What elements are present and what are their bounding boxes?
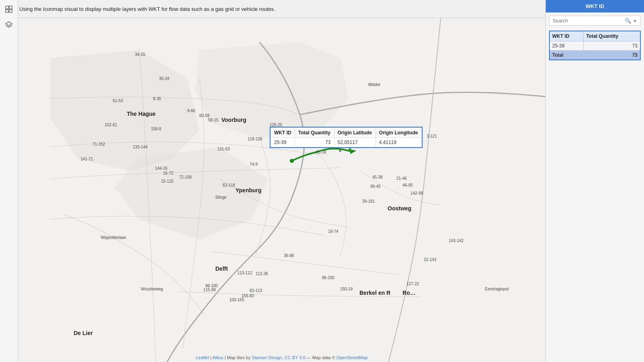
tooltip-row: 25-39 73 52,05117 4,41119 [271,138,422,147]
altius-link[interactable]: Altius [213,355,223,360]
svg-point-21 [339,150,341,152]
right-table-total-row: Total 73 [549,51,640,60]
tooltip-header-total-qty: Total Quantity [295,128,334,138]
right-panel-table: WKT ID Total Quantity 25-39 73 Total 73 [549,31,641,60]
svg-rect-3 [9,10,12,12]
right-table-total-label: Total [549,51,584,60]
svg-rect-1 [9,6,12,9]
osm-link[interactable]: OpenStreetMap [336,355,368,360]
stamen-link[interactable]: Stamen Design, CC BY 3.0 [252,355,305,360]
svg-rect-2 [6,10,8,12]
left-sidebar [0,0,18,362]
right-table-row: 25-39 73 [549,41,640,51]
leaflet-link[interactable]: Leaflet [196,355,209,360]
layers-icon[interactable] [3,19,15,31]
tooltip-origin-lat: 52,05117 [334,138,376,147]
search-input[interactable] [553,18,625,24]
tooltip-popup: WKT ID Total Quantity Origin Latitude Or… [270,127,423,148]
map-container[interactable]: WKT ID Total Quantity Origin Latitude Or… [18,18,545,362]
grid-view-icon[interactable] [3,3,15,15]
right-table-header-total-qty: Total Quantity [584,31,640,41]
tooltip-header-origin-lon: Origin Longitude [376,128,421,138]
right-panel: WKT ID 🔍 ▼ WKT ID Total Quantity 25-39 7… [545,0,644,362]
tooltip-header-wkt-id: WKT ID [271,128,295,138]
search-icon: 🔍 [625,18,631,24]
map-attribution: Leaflet | Altius | Map tiles by Stamen D… [196,355,368,360]
search-box[interactable]: 🔍 ▼ [549,16,641,26]
svg-rect-0 [6,6,8,9]
page-title: Using the Iconmap visual to display mult… [16,6,555,12]
svg-point-20 [290,159,294,163]
svg-marker-17 [195,42,348,139]
search-filter-icon[interactable]: ▼ [633,19,637,23]
tooltip-header-origin-lat: Origin Latitude [334,128,376,138]
right-table-total-qty: 73 [584,41,640,51]
tooltip-wkt-id: 25-39 [271,138,295,147]
tooltip-origin-lon: 4,41119 [376,138,421,147]
right-table-header-wkt-id: WKT ID [549,31,584,41]
right-table-total-value: 73 [584,51,640,60]
right-table-wkt-id: 25-39 [549,41,584,51]
right-panel-title: WKT ID [546,0,644,12]
tooltip-total-qty: 73 [295,138,334,147]
